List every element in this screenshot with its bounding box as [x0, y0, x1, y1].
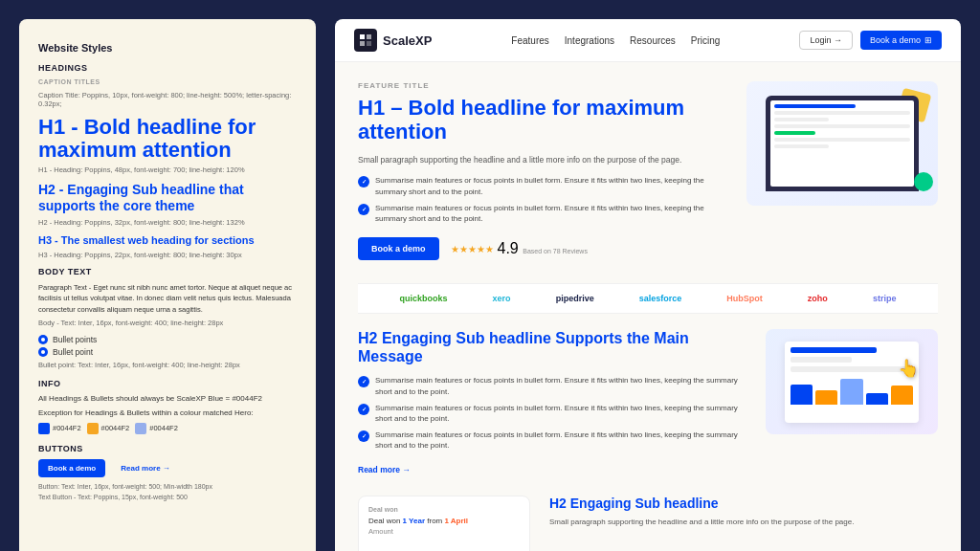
- h2-bullet-dot-1: [358, 376, 369, 387]
- content-area: FEATURE TITLE H1 – Bold headline for max…: [335, 62, 961, 551]
- screen-line-3: [774, 118, 829, 121]
- body-text-label: Body Text: [38, 267, 297, 276]
- bullet-label-1: Bullet points: [53, 335, 97, 344]
- svg-rect-1: [367, 34, 371, 39]
- svg-rect-2: [360, 41, 365, 46]
- nav-links: Features Integrations Resources Pricing: [451, 35, 780, 46]
- nav-pricing[interactable]: Pricing: [691, 35, 721, 46]
- hero-heading: H1 – Bold headline for maximum attention: [358, 96, 727, 144]
- bottom-paragraph: Small paragraph supporting the headline …: [549, 517, 938, 528]
- hero-bullet-1: Summarise main features or focus points …: [358, 175, 727, 196]
- read-more-link[interactable]: Read more →: [358, 465, 411, 474]
- rating-score: 4.9: [498, 240, 519, 256]
- left-panel-title: Website Styles: [38, 42, 297, 54]
- swatch-label-1: #0044F2: [53, 424, 81, 432]
- color-swatches: #0044F2 #0044F2 #0044F2: [38, 423, 297, 434]
- nav-actions: Login → Book a demo ⊞: [799, 31, 942, 50]
- nav-integrations[interactable]: Integrations: [565, 35, 614, 46]
- left-panel: Website Styles Headings CAPTION TITLES C…: [19, 19, 316, 551]
- nav-features[interactable]: Features: [511, 35, 548, 46]
- dash-bar-1: [791, 385, 813, 405]
- hero-bullets: Summarise main features or focus points …: [358, 175, 727, 224]
- h1-meta: H1 - Heading: Poppins, 48px, font-weight…: [38, 165, 297, 174]
- demo-button[interactable]: Book a demo ⊞: [860, 31, 942, 50]
- logo-xero: xero: [493, 294, 511, 303]
- svg-rect-3: [367, 41, 371, 46]
- dash-bar-2: [815, 390, 837, 405]
- demo-button-label: Book a demo: [870, 35, 921, 45]
- cursor-icon: 👆: [898, 358, 919, 379]
- bullet-dot-1: [38, 335, 48, 344]
- bullet-label-2: Bullet point: [53, 347, 93, 357]
- dash-row-2: [791, 357, 852, 363]
- h2-section: H2 Engaging Sub headline Supports the Ma…: [358, 329, 938, 476]
- h2-heading: H2 Engaging Sub headline Supports the Ma…: [358, 329, 746, 365]
- nav-resources[interactable]: Resources: [630, 35, 676, 46]
- dash-bar-3: [840, 379, 862, 405]
- screen-line-6: [774, 138, 910, 142]
- bottom-section: Deal won Deal won 1 Year from 1 April Am…: [358, 496, 938, 551]
- exception-text: Exception for Headings & Bullets within …: [38, 408, 297, 417]
- logo-svg: [358, 33, 373, 48]
- login-button[interactable]: Login →: [799, 31, 853, 50]
- h2-dashboard-image: 👆: [766, 329, 938, 434]
- bottom-h2-heading: H2 Engaging Sub headline: [549, 496, 938, 512]
- h2-bullet-text-3: Summarise main features or focus points …: [375, 430, 746, 451]
- h2-bullets: Summarise main features or focus points …: [358, 375, 746, 451]
- swatch-2: #0044F2: [87, 423, 130, 434]
- swatch-label-2: #0044F2: [101, 424, 130, 432]
- bullet-dot-2: [38, 347, 48, 357]
- demo-button-icon: ⊞: [924, 35, 932, 45]
- swatch-box-1: [38, 423, 50, 434]
- rating-stars: ★★★★★: [451, 244, 494, 254]
- swatch-label-3: #0044F2: [149, 424, 178, 432]
- logo-pipedrive: pipedrive: [556, 294, 594, 303]
- caption-meta: Caption Title: Poppins, 10px, font-weigh…: [38, 91, 297, 108]
- crm-label: Deal won: [368, 506, 520, 513]
- swatch-box-2: [87, 423, 99, 434]
- rating-info: 4.9 Based on 78 Reviews: [498, 240, 588, 257]
- crm-amount: Amount: [368, 527, 520, 536]
- logo-icon: [354, 29, 377, 52]
- hero-cta-button[interactable]: Book a demo: [358, 237, 439, 260]
- logo-text: ScaleXP: [383, 33, 432, 48]
- hero-bullet-text-1: Summarise main features or focus points …: [375, 175, 727, 196]
- h2-bullet-text-1: Summarise main features or focus points …: [375, 375, 746, 396]
- feature-tag: FEATURE TITLE: [358, 81, 727, 90]
- dash-bar-5: [891, 386, 913, 405]
- bottom-right-text: H2 Engaging Sub headline Small paragraph…: [549, 496, 938, 551]
- h1-style-sample: H1 - Bold headline for maximum attention: [38, 116, 297, 162]
- hero-bullet-text-2: Summarise main features or focus points …: [375, 203, 727, 224]
- h2-bullet-2: Summarise main features or focus points …: [358, 403, 746, 424]
- hero-bullet-dot-2: [358, 204, 369, 215]
- hero-image-placeholder: [746, 81, 938, 206]
- button-meta-2: Text Button - Text: Poppins, 15px, font-…: [38, 494, 297, 500]
- primary-button-sample[interactable]: Book a demo: [38, 459, 105, 477]
- body-meta: Body - Text: Inter, 16px, font-weight: 4…: [38, 319, 297, 327]
- dash-row-1: [791, 347, 877, 353]
- hero-text: FEATURE TITLE H1 – Bold headline for max…: [358, 81, 727, 260]
- h2-bullet-dot-2: [358, 404, 369, 415]
- bullet-item-1: Bullet points: [38, 335, 297, 344]
- h2-meta: H2 - Heading: Poppins, 32px, font-weight…: [38, 218, 297, 227]
- logo-salesforce: salesforce: [639, 294, 682, 303]
- bullet-meta: Bullet point: Text: Inter, 16px, font-we…: [38, 361, 297, 369]
- caption-titles-label: CAPTION TITLES: [38, 78, 297, 85]
- swatch-1: #0044F2: [38, 423, 81, 434]
- crm-deal-highlight: 1 Year: [403, 517, 425, 525]
- rating-text: Based on 78 Reviews: [523, 248, 588, 254]
- crm-deal: Deal won 1 Year from 1 April: [368, 517, 520, 525]
- screen-line-2: [774, 111, 910, 115]
- dash-bar-group: [791, 376, 913, 405]
- swatch-3: #0044F2: [135, 423, 178, 434]
- logo-stripe: stripe: [873, 294, 897, 303]
- hero-bullet-2: Summarise main features or focus points …: [358, 203, 727, 224]
- dash-row-3: [791, 366, 913, 372]
- screen-line-5: [774, 131, 815, 135]
- hero-bullet-dot-1: [358, 176, 369, 187]
- secondary-button-sample[interactable]: Read more →: [121, 464, 170, 473]
- dashboard-inner: [785, 342, 919, 423]
- body-text-sample: Paragraph Text - Eget nunc sit nibh nunc…: [38, 282, 297, 315]
- laptop-shape: [766, 96, 919, 191]
- h3-meta: H3 - Heading: Poppins, 22px, font-weight…: [38, 251, 297, 259]
